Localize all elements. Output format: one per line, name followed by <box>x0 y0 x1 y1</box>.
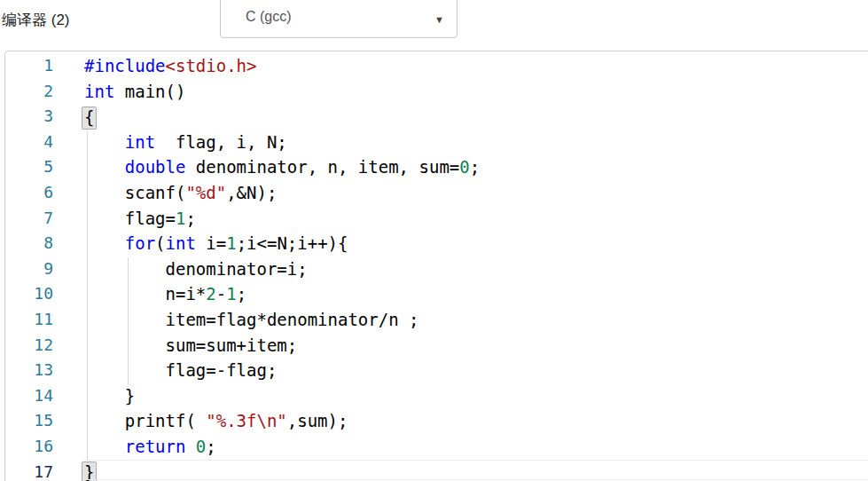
code-token: for <box>125 233 155 253</box>
code-token: int <box>166 233 196 253</box>
language-select-value: C (gcc) <box>246 9 292 25</box>
code-line[interactable]: item=flag*denominator/n ; <box>53 307 868 333</box>
code-line-row[interactable]: 6 scanf("%d",&N); <box>5 180 868 206</box>
line-number: 15 <box>5 408 53 434</box>
line-number: 2 <box>5 79 53 105</box>
code-line[interactable]: flag=1; <box>53 206 868 232</box>
code-token: int <box>84 82 114 101</box>
code-area[interactable]: 1#include<stdio.h>2int main()3{4 int fla… <box>5 51 868 481</box>
line-number: 9 <box>5 256 53 282</box>
code-token: ( <box>155 233 165 253</box>
code-token: i= <box>196 233 226 253</box>
line-number: 4 <box>5 130 53 155</box>
code-token <box>84 132 125 152</box>
code-token <box>84 233 125 253</box>
code-line[interactable]: int main() <box>53 79 868 105</box>
chevron-down-icon: ▼ <box>434 14 444 25</box>
line-number: 3 <box>5 104 53 130</box>
code-token: 1 <box>226 233 236 253</box>
code-token: printf( <box>84 411 206 430</box>
code-token: ,sum); <box>287 411 348 430</box>
code-line-row[interactable]: 5 double denominator, n, item, sum=0; <box>5 154 868 180</box>
code-line-row[interactable]: 8 for(int i=1;i<=N;i++){ <box>5 231 868 256</box>
language-select[interactable]: C (gcc) ▼ <box>220 0 457 38</box>
code-token: sum=sum+item; <box>84 335 297 355</box>
code-line[interactable]: { <box>53 104 868 130</box>
code-line-row[interactable]: 16 return 0; <box>5 434 868 460</box>
code-token: 1 <box>176 209 185 228</box>
code-line-row[interactable]: 4 int flag, i, N; <box>5 130 868 155</box>
code-line-row[interactable]: 10 n=i*2-1; <box>5 281 868 307</box>
code-line-row[interactable]: 9 denominator=i; <box>5 256 868 282</box>
code-token: flag= <box>84 209 176 228</box>
code-token: ; <box>206 437 215 456</box>
line-number: 12 <box>5 333 53 359</box>
code-token: flag, i, N; <box>155 132 287 152</box>
code-token: <stdio.h> <box>166 56 257 75</box>
code-token: 1 <box>226 284 236 304</box>
code-line[interactable]: } <box>53 460 868 481</box>
code-token <box>84 437 125 456</box>
line-number: 8 <box>5 231 53 256</box>
code-line-row[interactable]: 14 } <box>5 383 868 409</box>
code-line[interactable]: for(int i=1;i<=N;i++){ <box>53 231 868 256</box>
code-token: scanf( <box>84 183 185 202</box>
code-token: ,&N); <box>226 183 277 202</box>
line-number: 5 <box>5 154 53 180</box>
code-line-row[interactable]: 1#include<stdio.h> <box>5 53 868 79</box>
code-line[interactable]: denominator=i; <box>53 256 868 282</box>
code-token: denominator, n, item, sum= <box>185 157 459 177</box>
indent-guide <box>87 130 88 461</box>
line-number: 13 <box>5 358 53 383</box>
code-token: ;i<=N;i++){ <box>237 233 348 253</box>
code-token: flag=-flag; <box>84 360 277 380</box>
line-number: 11 <box>5 307 53 333</box>
code-line[interactable]: return 0; <box>53 434 868 460</box>
matching-bracket: } <box>82 461 97 481</box>
code-token: 0 <box>459 157 469 177</box>
code-token: ; <box>237 284 246 304</box>
code-line[interactable]: flag=-flag; <box>53 358 868 383</box>
code-token: 0 <box>196 437 206 456</box>
code-line[interactable]: #include<stdio.h> <box>53 53 868 79</box>
code-line[interactable]: scanf("%d",&N); <box>53 180 868 206</box>
code-token: n=i* <box>84 284 206 304</box>
code-token: "%.3f\n" <box>206 411 287 430</box>
matching-bracket: { <box>82 106 97 130</box>
code-line-row[interactable]: 17} <box>5 460 868 481</box>
code-line-row[interactable]: 12 sum=sum+item; <box>5 333 868 359</box>
code-line[interactable]: } <box>53 383 868 409</box>
code-token: main() <box>114 82 185 101</box>
line-number: 7 <box>5 206 53 232</box>
code-token: return <box>125 437 186 456</box>
code-line[interactable]: printf( "%.3f\n",sum); <box>53 408 868 434</box>
line-number: 1 <box>5 53 53 79</box>
code-token: ; <box>185 209 195 228</box>
line-number: 10 <box>5 281 53 307</box>
code-line[interactable]: n=i*2-1; <box>53 281 868 307</box>
code-token <box>185 437 195 456</box>
code-token: item=flag*denominator/n ; <box>84 310 419 329</box>
code-line[interactable]: double denominator, n, item, sum=0; <box>53 154 868 180</box>
code-line-row[interactable]: 13 flag=-flag; <box>5 358 868 383</box>
line-number: 14 <box>5 383 53 409</box>
code-editor[interactable]: 1#include<stdio.h>2int main()3{4 int fla… <box>4 51 868 481</box>
code-token: ; <box>470 157 480 177</box>
code-token: "%d" <box>185 183 226 202</box>
line-number: 17 <box>5 460 53 481</box>
line-number: 6 <box>5 180 53 206</box>
indent-guide <box>128 257 129 384</box>
code-line-row[interactable]: 11 item=flag*denominator/n ; <box>5 307 868 333</box>
code-token <box>84 157 125 177</box>
code-token: } <box>84 386 135 406</box>
code-line[interactable]: sum=sum+item; <box>53 333 868 359</box>
code-line-row[interactable]: 7 flag=1; <box>5 206 868 232</box>
code-line-row[interactable]: 2int main() <box>5 79 868 105</box>
code-line-row[interactable]: 3{ <box>5 104 868 130</box>
compiler-title: 编译器 (2) <box>2 10 70 30</box>
code-line-row[interactable]: 15 printf( "%.3f\n",sum); <box>5 408 868 434</box>
line-number: 16 <box>5 434 53 460</box>
code-token: #include <box>84 56 166 75</box>
code-line[interactable]: int flag, i, N; <box>53 130 868 155</box>
code-token: 2 <box>206 284 215 304</box>
